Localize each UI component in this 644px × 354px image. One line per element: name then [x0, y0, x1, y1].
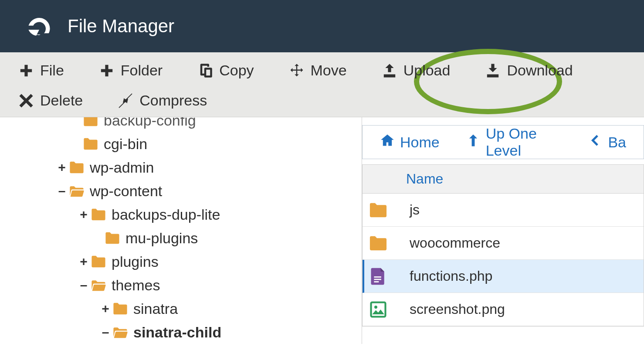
- folder-icon: [104, 230, 121, 246]
- folder-open-icon: [68, 183, 85, 199]
- file-name: functions.php: [401, 268, 492, 284]
- home-icon: [380, 133, 395, 151]
- tree-item-label: sinatra: [133, 300, 178, 317]
- tree-item-label: backup-config: [104, 117, 196, 129]
- folder-icon: [90, 254, 107, 269]
- new-folder-label: Folder: [121, 62, 163, 79]
- tree-item-label: backups-dup-lite: [112, 206, 220, 223]
- upload-icon: [382, 63, 397, 78]
- file-table: Name jswoocommercefunctions.phpscreensho…: [362, 164, 644, 327]
- x-icon: [18, 93, 34, 109]
- folder-icon: [68, 160, 85, 175]
- up-one-level-link[interactable]: Up One Level: [466, 125, 562, 159]
- tree-item-label: mu-plugins: [125, 230, 198, 247]
- tree-item[interactable]: +mu-plugins: [0, 226, 362, 250]
- compress-icon: [118, 93, 133, 109]
- tree-item[interactable]: –themes: [0, 273, 362, 297]
- table-row[interactable]: js: [363, 194, 644, 227]
- navigation-bar: Home Up One Level Ba: [362, 125, 644, 159]
- new-file-button[interactable]: File: [13, 58, 69, 82]
- tree-item[interactable]: +backups-dup-lite: [0, 203, 362, 226]
- file-name: woocommerce: [401, 235, 500, 251]
- download-icon: [485, 63, 501, 78]
- copy-icon: [197, 63, 213, 78]
- move-button[interactable]: Move: [284, 58, 352, 82]
- download-label: Download: [507, 62, 573, 79]
- app-title: File Manager: [68, 16, 174, 37]
- file-pane: Home Up One Level Ba Name jswoocommercef…: [362, 117, 644, 344]
- app-header: File Manager: [0, 0, 644, 52]
- tree-item-label: plugins: [112, 253, 159, 270]
- back-arrow-icon: [588, 133, 603, 151]
- new-folder-button[interactable]: Folder: [94, 58, 168, 82]
- folder-icon: [90, 207, 107, 222]
- download-button[interactable]: Download: [480, 58, 578, 82]
- tree-item-label: wp-admin: [90, 159, 154, 176]
- tree-item[interactable]: +sinatra: [0, 297, 362, 320]
- column-header-name: Name: [406, 171, 443, 187]
- cpanel-logo-icon: [24, 13, 54, 39]
- copy-label: Copy: [219, 62, 254, 79]
- home-label: Home: [400, 134, 440, 151]
- file-name: js: [401, 202, 420, 218]
- move-label: Move: [311, 62, 347, 79]
- file-name: screenshot.png: [401, 301, 505, 317]
- folder-tree: +backup-config+cgi-bin+wp-admin–wp-conte…: [0, 117, 362, 344]
- tree-expander[interactable]: +: [99, 301, 112, 316]
- folder-icon: [112, 301, 129, 317]
- tree-item[interactable]: +cgi-bin: [0, 132, 362, 156]
- tree-item-label: cgi-bin: [104, 136, 147, 153]
- image-file-icon: [368, 299, 389, 320]
- folder-open-icon: [112, 324, 129, 340]
- compress-label: Compress: [139, 92, 207, 109]
- move-icon: [289, 63, 305, 78]
- tree-expander[interactable]: +: [56, 160, 68, 175]
- tree-item-label: sinatra-child: [133, 324, 221, 341]
- table-row[interactable]: screenshot.png: [363, 293, 644, 326]
- folder-icon: [368, 200, 389, 221]
- tree-expander[interactable]: –: [99, 325, 112, 340]
- back-label: Ba: [608, 134, 626, 151]
- tree-expander[interactable]: +: [78, 207, 90, 222]
- plus-icon: [18, 63, 34, 78]
- tree-item[interactable]: –wp-content: [0, 179, 362, 203]
- upload-button[interactable]: Upload: [376, 58, 456, 82]
- tree-item[interactable]: +wp-admin: [0, 156, 362, 179]
- folder-icon: [368, 233, 389, 254]
- copy-button[interactable]: Copy: [192, 58, 259, 82]
- home-link[interactable]: Home: [380, 133, 440, 151]
- tree-item-label: themes: [112, 277, 160, 294]
- toolbar: File Folder Copy Move Upload Download De…: [0, 52, 644, 117]
- new-file-label: File: [40, 62, 64, 79]
- tree-expander[interactable]: +: [78, 254, 90, 269]
- tree-item[interactable]: –sinatra-child: [0, 320, 362, 344]
- folder-open-icon: [90, 277, 107, 293]
- folder-icon: [82, 117, 99, 128]
- compress-button[interactable]: Compress: [112, 88, 217, 112]
- table-row[interactable]: woocommerce: [363, 227, 644, 260]
- tree-item[interactable]: +plugins: [0, 250, 362, 273]
- tree-expander[interactable]: –: [78, 278, 90, 293]
- tree-item-label: wp-content: [90, 183, 162, 200]
- back-link[interactable]: Ba: [588, 133, 626, 151]
- tree-expander[interactable]: –: [56, 184, 68, 198]
- table-row[interactable]: functions.php: [363, 260, 644, 293]
- upload-label: Upload: [403, 62, 451, 79]
- delete-button[interactable]: Delete: [13, 88, 88, 112]
- folder-icon: [82, 136, 99, 152]
- tree-item[interactable]: +backup-config: [0, 117, 362, 132]
- delete-label: Delete: [40, 92, 83, 109]
- table-header[interactable]: Name: [363, 165, 644, 194]
- document-icon: [368, 266, 389, 287]
- plus-icon: [99, 63, 115, 78]
- up-arrow-icon: [466, 133, 481, 151]
- up-label: Up One Level: [486, 125, 562, 159]
